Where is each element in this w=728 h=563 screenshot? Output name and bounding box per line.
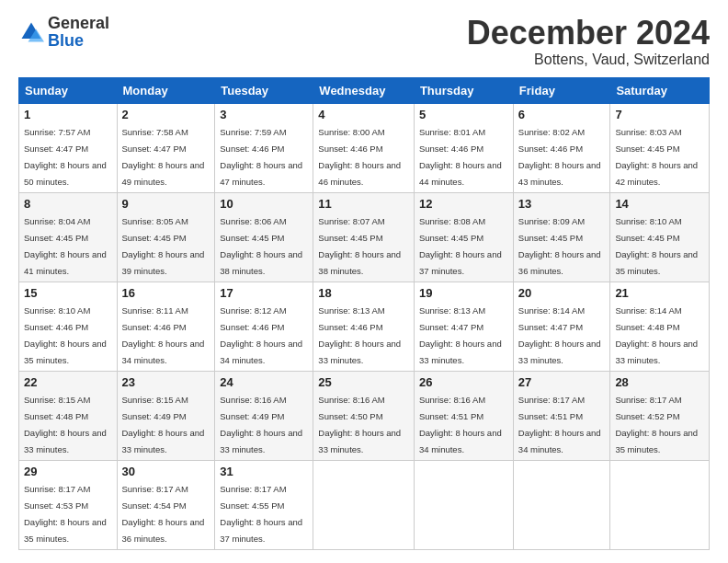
- calendar-day-cell: 8Sunrise: 8:04 AMSunset: 4:45 PMDaylight…: [19, 192, 118, 282]
- calendar-day-cell: 12Sunrise: 8:08 AMSunset: 4:45 PMDayligh…: [414, 192, 513, 282]
- day-detail: Sunrise: 8:14 AMSunset: 4:47 PMDaylight:…: [518, 305, 601, 365]
- title-area: December 2024 Bottens, Vaud, Switzerland: [467, 15, 710, 68]
- day-detail: Sunrise: 8:02 AMSunset: 4:46 PMDaylight:…: [518, 127, 601, 187]
- day-detail: Sunrise: 8:11 AMSunset: 4:46 PMDaylight:…: [122, 305, 205, 365]
- logo: General Blue: [18, 15, 109, 50]
- weekday-header-cell: Saturday: [610, 77, 710, 103]
- logo-blue: Blue: [48, 31, 84, 50]
- day-detail: Sunrise: 8:04 AMSunset: 4:45 PMDaylight:…: [24, 216, 107, 276]
- calendar: SundayMondayTuesdayWednesdayThursdayFrid…: [18, 77, 710, 550]
- day-number: 15: [24, 286, 112, 300]
- day-number: 24: [220, 375, 308, 389]
- weekday-header-cell: Wednesday: [313, 77, 415, 103]
- calendar-day-cell: 9Sunrise: 8:05 AMSunset: 4:45 PMDaylight…: [117, 192, 215, 282]
- calendar-day-cell: 24Sunrise: 8:16 AMSunset: 4:49 PMDayligh…: [215, 371, 313, 460]
- calendar-day-cell: 1Sunrise: 7:57 AMSunset: 4:47 PMDaylight…: [19, 103, 118, 192]
- calendar-day-cell: 11Sunrise: 8:07 AMSunset: 4:45 PMDayligh…: [313, 192, 415, 282]
- day-detail: Sunrise: 8:17 AMSunset: 4:55 PMDaylight:…: [220, 484, 302, 544]
- calendar-day-cell: 6Sunrise: 8:02 AMSunset: 4:46 PMDaylight…: [513, 103, 610, 192]
- day-number: 2: [122, 108, 210, 121]
- calendar-day-cell: 10Sunrise: 8:06 AMSunset: 4:45 PMDayligh…: [215, 192, 313, 282]
- calendar-day-cell: 31Sunrise: 8:17 AMSunset: 4:55 PMDayligh…: [215, 460, 313, 549]
- calendar-day-cell: 14Sunrise: 8:10 AMSunset: 4:45 PMDayligh…: [610, 192, 710, 282]
- day-detail: Sunrise: 7:57 AMSunset: 4:47 PMDaylight:…: [24, 127, 107, 187]
- day-number: 7: [615, 108, 704, 121]
- day-detail: Sunrise: 8:17 AMSunset: 4:52 PMDaylight:…: [615, 395, 698, 454]
- day-number: 26: [419, 375, 508, 389]
- day-number: 4: [318, 108, 409, 121]
- day-number: 29: [24, 465, 112, 478]
- day-number: 10: [220, 197, 308, 211]
- day-detail: Sunrise: 8:16 AMSunset: 4:51 PMDaylight:…: [419, 395, 502, 454]
- day-number: 13: [518, 197, 606, 211]
- day-detail: Sunrise: 8:03 AMSunset: 4:45 PMDaylight:…: [615, 127, 698, 187]
- day-number: 16: [122, 286, 210, 300]
- calendar-day-cell: 20Sunrise: 8:14 AMSunset: 4:47 PMDayligh…: [513, 282, 610, 371]
- page: General Blue December 2024 Bottens, Vaud…: [0, 0, 728, 559]
- day-number: 9: [122, 197, 210, 211]
- day-detail: Sunrise: 8:05 AMSunset: 4:45 PMDaylight:…: [122, 216, 205, 276]
- day-number: 20: [518, 286, 606, 300]
- day-detail: Sunrise: 7:59 AMSunset: 4:46 PMDaylight:…: [220, 127, 302, 187]
- day-detail: Sunrise: 8:13 AMSunset: 4:47 PMDaylight:…: [419, 305, 502, 365]
- calendar-day-cell: 22Sunrise: 8:15 AMSunset: 4:48 PMDayligh…: [19, 371, 118, 460]
- day-detail: Sunrise: 8:01 AMSunset: 4:46 PMDaylight:…: [419, 127, 502, 187]
- day-detail: Sunrise: 8:12 AMSunset: 4:46 PMDaylight:…: [220, 305, 302, 365]
- day-detail: Sunrise: 8:15 AMSunset: 4:48 PMDaylight:…: [24, 395, 107, 454]
- calendar-day-cell: 16Sunrise: 8:11 AMSunset: 4:46 PMDayligh…: [117, 282, 215, 371]
- day-detail: Sunrise: 7:58 AMSunset: 4:47 PMDaylight:…: [122, 127, 205, 187]
- day-number: 27: [518, 375, 606, 389]
- calendar-day-cell: 17Sunrise: 8:12 AMSunset: 4:46 PMDayligh…: [215, 282, 313, 371]
- weekday-header-cell: Sunday: [19, 77, 118, 103]
- month-title: December 2024: [467, 15, 710, 52]
- calendar-week-row: 8Sunrise: 8:04 AMSunset: 4:45 PMDaylight…: [19, 192, 710, 282]
- day-detail: Sunrise: 8:06 AMSunset: 4:45 PMDaylight:…: [220, 216, 302, 276]
- day-number: 11: [318, 197, 409, 211]
- day-number: 30: [122, 465, 210, 478]
- day-number: 18: [318, 286, 409, 300]
- day-detail: Sunrise: 8:17 AMSunset: 4:51 PMDaylight:…: [518, 395, 601, 454]
- calendar-body: 1Sunrise: 7:57 AMSunset: 4:47 PMDaylight…: [19, 103, 710, 549]
- day-detail: Sunrise: 8:10 AMSunset: 4:45 PMDaylight:…: [615, 216, 698, 276]
- calendar-week-row: 29Sunrise: 8:17 AMSunset: 4:53 PMDayligh…: [19, 460, 710, 549]
- calendar-day-cell: 13Sunrise: 8:09 AMSunset: 4:45 PMDayligh…: [513, 192, 610, 282]
- calendar-week-row: 1Sunrise: 7:57 AMSunset: 4:47 PMDaylight…: [19, 103, 710, 192]
- calendar-day-cell: [513, 460, 610, 549]
- day-number: 25: [318, 375, 409, 389]
- calendar-day-cell: 15Sunrise: 8:10 AMSunset: 4:46 PMDayligh…: [19, 282, 118, 371]
- calendar-day-cell: 29Sunrise: 8:17 AMSunset: 4:53 PMDayligh…: [19, 460, 118, 549]
- weekday-header-cell: Monday: [117, 77, 215, 103]
- logo-general: General: [48, 14, 109, 32]
- day-number: 21: [615, 286, 704, 300]
- calendar-day-cell: [610, 460, 710, 549]
- calendar-week-row: 22Sunrise: 8:15 AMSunset: 4:48 PMDayligh…: [19, 371, 710, 460]
- day-number: 8: [24, 197, 112, 211]
- day-detail: Sunrise: 8:17 AMSunset: 4:53 PMDaylight:…: [24, 484, 107, 544]
- day-number: 6: [518, 108, 606, 121]
- calendar-week-row: 15Sunrise: 8:10 AMSunset: 4:46 PMDayligh…: [19, 282, 710, 371]
- day-number: 17: [220, 286, 308, 300]
- weekday-header-cell: Tuesday: [215, 77, 313, 103]
- weekday-header-cell: Friday: [513, 77, 610, 103]
- day-number: 22: [24, 375, 112, 389]
- day-detail: Sunrise: 8:08 AMSunset: 4:45 PMDaylight:…: [419, 216, 502, 276]
- weekday-header-cell: Thursday: [414, 77, 513, 103]
- calendar-day-cell: 30Sunrise: 8:17 AMSunset: 4:54 PMDayligh…: [117, 460, 215, 549]
- calendar-day-cell: 4Sunrise: 8:00 AMSunset: 4:46 PMDaylight…: [313, 103, 415, 192]
- day-detail: Sunrise: 8:09 AMSunset: 4:45 PMDaylight:…: [518, 216, 601, 276]
- location-title: Bottens, Vaud, Switzerland: [467, 52, 710, 68]
- calendar-day-cell: 27Sunrise: 8:17 AMSunset: 4:51 PMDayligh…: [513, 371, 610, 460]
- day-number: 5: [419, 108, 508, 121]
- header: General Blue December 2024 Bottens, Vaud…: [18, 15, 710, 68]
- day-detail: Sunrise: 8:14 AMSunset: 4:48 PMDaylight:…: [615, 305, 698, 365]
- day-detail: Sunrise: 8:00 AMSunset: 4:46 PMDaylight:…: [318, 127, 401, 187]
- calendar-day-cell: 18Sunrise: 8:13 AMSunset: 4:46 PMDayligh…: [313, 282, 415, 371]
- calendar-day-cell: [414, 460, 513, 549]
- day-detail: Sunrise: 8:16 AMSunset: 4:50 PMDaylight:…: [318, 395, 401, 454]
- day-number: 3: [220, 108, 308, 121]
- day-number: 28: [615, 375, 704, 389]
- calendar-day-cell: 19Sunrise: 8:13 AMSunset: 4:47 PMDayligh…: [414, 282, 513, 371]
- day-number: 19: [419, 286, 508, 300]
- day-detail: Sunrise: 8:16 AMSunset: 4:49 PMDaylight:…: [220, 395, 302, 454]
- day-detail: Sunrise: 8:17 AMSunset: 4:54 PMDaylight:…: [122, 484, 205, 544]
